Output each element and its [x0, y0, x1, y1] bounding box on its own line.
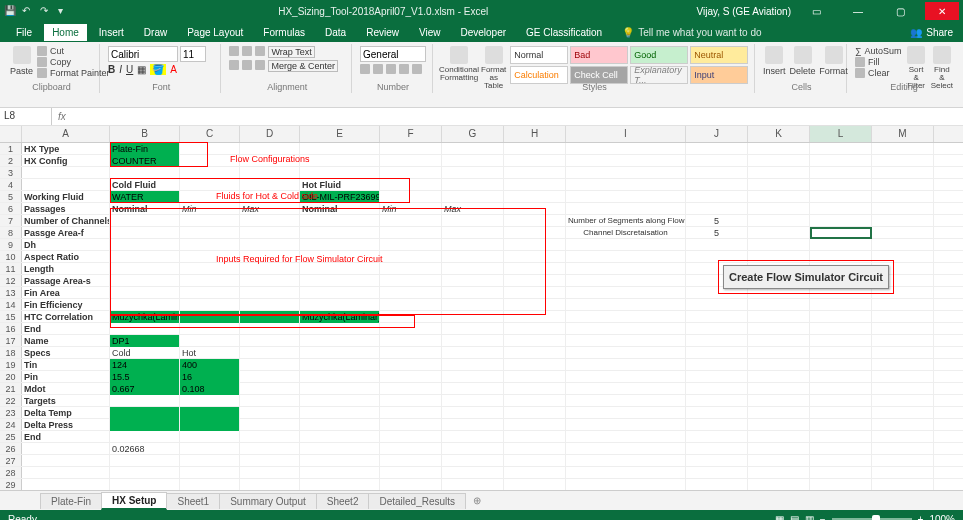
cell-M2[interactable]	[872, 155, 934, 167]
percent-icon[interactable]	[373, 64, 383, 74]
cell-L5[interactable]	[810, 191, 872, 203]
row-header-26[interactable]: 26	[0, 443, 22, 454]
border-button[interactable]: ▦	[137, 64, 146, 75]
cell-J8[interactable]: 5	[686, 227, 748, 239]
tab-draw[interactable]: Draw	[136, 24, 175, 41]
cell-F7[interactable]	[380, 215, 442, 227]
cell-D7[interactable]	[240, 215, 300, 227]
cell-I12[interactable]	[566, 275, 686, 287]
cell-I25[interactable]	[566, 431, 686, 443]
cell-J24[interactable]	[686, 419, 748, 431]
cell-G2[interactable]	[442, 155, 504, 167]
row-header-16[interactable]: 16	[0, 323, 22, 334]
cell-K20[interactable]	[748, 371, 810, 383]
cell-I9[interactable]	[566, 239, 686, 251]
cell-K15[interactable]	[748, 311, 810, 323]
cell-E21[interactable]	[300, 383, 380, 395]
cell-D23[interactable]	[240, 407, 300, 419]
col-B[interactable]: B	[110, 126, 180, 142]
cell-C19[interactable]: 400	[180, 359, 240, 371]
cell-E11[interactable]	[300, 263, 380, 275]
cell-K26[interactable]	[748, 443, 810, 455]
cell-F4[interactable]	[380, 179, 442, 191]
cell-A2[interactable]: HX Config	[22, 155, 110, 167]
cell-G13[interactable]	[442, 287, 504, 299]
cell-I11[interactable]	[566, 263, 686, 275]
cell-B7[interactable]	[110, 215, 180, 227]
cell-C8[interactable]	[180, 227, 240, 239]
comma-icon[interactable]	[386, 64, 396, 74]
cell-G5[interactable]	[442, 191, 504, 203]
cell-I1[interactable]	[566, 143, 686, 155]
cell-F20[interactable]	[380, 371, 442, 383]
cell-K4[interactable]	[748, 179, 810, 191]
cell-J26[interactable]	[686, 443, 748, 455]
tab-ge-classification[interactable]: GE Classification	[518, 24, 610, 41]
tab-home[interactable]: Home	[44, 24, 87, 41]
row-header-21[interactable]: 21	[0, 383, 22, 394]
cell-B26[interactable]: 0.02668	[110, 443, 180, 455]
cell-J7[interactable]: 5	[686, 215, 748, 227]
cell-E26[interactable]	[300, 443, 380, 455]
cell-F29[interactable]	[380, 479, 442, 490]
cell-B20[interactable]: 15.5	[110, 371, 180, 383]
cell-K16[interactable]	[748, 323, 810, 335]
cell-B5[interactable]: WATER	[110, 191, 180, 203]
cell-E4[interactable]: Hot Fluid	[300, 179, 380, 191]
cell-B10[interactable]	[110, 251, 180, 263]
cell-G24[interactable]	[442, 419, 504, 431]
align-top-icon[interactable]	[229, 46, 239, 56]
cell-G12[interactable]	[442, 275, 504, 287]
cell-L1[interactable]	[810, 143, 872, 155]
cell-A8[interactable]: Passge Area-f	[22, 227, 110, 239]
row-header-17[interactable]: 17	[0, 335, 22, 346]
cell-B6[interactable]: Nominal	[110, 203, 180, 215]
cell-G7[interactable]	[442, 215, 504, 227]
cell-L20[interactable]	[810, 371, 872, 383]
cell-H2[interactable]	[504, 155, 566, 167]
cell-G20[interactable]	[442, 371, 504, 383]
cell-C29[interactable]	[180, 479, 240, 490]
cell-I28[interactable]	[566, 467, 686, 479]
cell-C26[interactable]	[180, 443, 240, 455]
cell-L26[interactable]	[810, 443, 872, 455]
cell-G18[interactable]	[442, 347, 504, 359]
cell-K21[interactable]	[748, 383, 810, 395]
cell-B2[interactable]: COUNTER	[110, 155, 180, 167]
qat-dropdown-icon[interactable]: ▾	[58, 5, 70, 17]
cell-C6[interactable]: Min	[180, 203, 240, 215]
cell-M22[interactable]	[872, 395, 934, 407]
row-header-14[interactable]: 14	[0, 299, 22, 310]
cell-F23[interactable]	[380, 407, 442, 419]
cell-I24[interactable]	[566, 419, 686, 431]
cell-L28[interactable]	[810, 467, 872, 479]
cell-M26[interactable]	[872, 443, 934, 455]
zoom-out-button[interactable]: −	[820, 514, 826, 521]
cell-C4[interactable]	[180, 179, 240, 191]
cell-M16[interactable]	[872, 323, 934, 335]
cell-F19[interactable]	[380, 359, 442, 371]
cell-H27[interactable]	[504, 455, 566, 467]
cell-C18[interactable]: Hot	[180, 347, 240, 359]
font-name-select[interactable]	[108, 46, 178, 62]
cell-G6[interactable]: Max	[442, 203, 504, 215]
col-L[interactable]: L	[810, 126, 872, 142]
cell-E20[interactable]	[300, 371, 380, 383]
tab-developer[interactable]: Developer	[452, 24, 514, 41]
sheet-tab-summary-output[interactable]: Summary Output	[219, 493, 317, 509]
ribbon-options-icon[interactable]: ▭	[799, 2, 833, 20]
col-D[interactable]: D	[240, 126, 300, 142]
cell-I4[interactable]	[566, 179, 686, 191]
cell-L9[interactable]	[810, 239, 872, 251]
row-header-5[interactable]: 5	[0, 191, 22, 202]
cell-J6[interactable]	[686, 203, 748, 215]
cell-C24[interactable]	[180, 419, 240, 431]
cell-H26[interactable]	[504, 443, 566, 455]
cell-G21[interactable]	[442, 383, 504, 395]
cell-C13[interactable]	[180, 287, 240, 299]
cell-M6[interactable]	[872, 203, 934, 215]
cell-I16[interactable]	[566, 323, 686, 335]
cell-C10[interactable]	[180, 251, 240, 263]
view-normal-icon[interactable]: ▦	[775, 514, 784, 521]
cell-K9[interactable]	[748, 239, 810, 251]
